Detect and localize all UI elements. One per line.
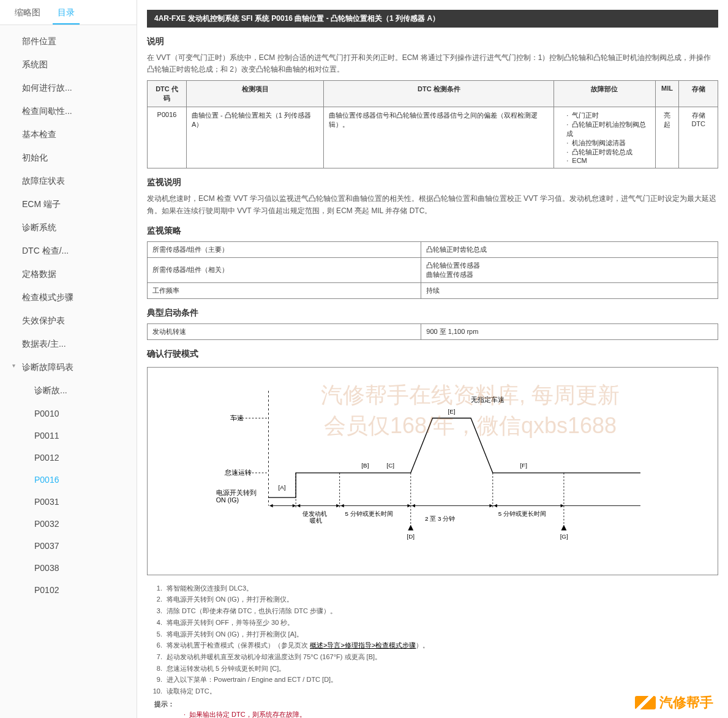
- toc-item[interactable]: 部件位置: [0, 30, 137, 53]
- brand-logo-icon: [635, 696, 656, 709]
- toc-item[interactable]: 如何进行故...: [0, 77, 137, 100]
- svg-text:怠速运转: 怠速运转: [224, 469, 252, 476]
- step-item: 怠速运转发动机 5 分钟或更长时间 [C]。: [164, 663, 718, 675]
- dtc-td: 存储 DTC: [679, 107, 718, 168]
- section-monitor-desc: 监视说明: [147, 177, 718, 188]
- svg-text:[E]: [E]: [448, 408, 456, 415]
- toc-item[interactable]: DTC 检查/...: [0, 240, 137, 263]
- toc-item[interactable]: 检查间歇性...: [0, 100, 137, 123]
- toc-item[interactable]: 诊断故障码表: [0, 356, 137, 379]
- table-row: 工作频率持续: [148, 282, 718, 298]
- startup-table: 发动机转速900 至 1,100 rpm: [147, 323, 718, 340]
- svg-text:[B]: [B]: [361, 462, 369, 469]
- step-item: 将电源开关转到 ON (IG)，并打开检测仪。: [164, 594, 718, 605]
- toc-item[interactable]: 初始化: [0, 146, 137, 170]
- svg-marker-20: [561, 524, 566, 530]
- svg-marker-19: [408, 524, 413, 530]
- step-item: 进入以下菜单：Powertrain / Engine and ECT / DTC…: [164, 674, 718, 686]
- sidebar: 缩略图 目录 部件位置系统图如何进行故...检查间歇性...基本检查初始化故障症…: [0, 0, 137, 718]
- dtc-th: DTC 代码: [148, 81, 187, 107]
- svg-marker-12: [336, 504, 339, 507]
- toc-item[interactable]: 故障症状表: [0, 170, 137, 193]
- toc-item[interactable]: P0037: [0, 535, 137, 557]
- section-drive: 确认行驶模式: [147, 349, 718, 360]
- toc-item[interactable]: 定格数据: [0, 263, 137, 286]
- step-item: 将发动机置于检查模式（保养模式）（参见页次 概述>导言>修理指导>检查模式步骤）…: [164, 640, 718, 651]
- brand-logo-text: 汽修帮手: [659, 693, 713, 712]
- toc-item[interactable]: 诊断故...: [0, 379, 137, 402]
- svg-text:[G]: [G]: [560, 533, 568, 540]
- table-row: 所需传感器/组件（主要）凸轮轴正时齿轮总成: [148, 241, 718, 257]
- dtc-td: 曲轴位置传感器信号和凸轮轴位置传感器信号之间的偏差（双程检测逻辑）。: [324, 107, 554, 168]
- svg-text:ON (IG): ON (IG): [216, 496, 239, 504]
- table-row: P0016曲轴位置 - 凸轮轴位置相关（1 列传感器 A）曲轴位置传感器信号和凸…: [148, 107, 718, 168]
- toc-item[interactable]: 系统图: [0, 53, 137, 77]
- svg-text:使发动机: 使发动机: [302, 510, 327, 516]
- toc-item[interactable]: P0038: [0, 557, 137, 579]
- step-item: 将电源开关转到 OFF，并等待至少 30 秒。: [164, 617, 718, 629]
- toc-item[interactable]: 检查模式步骤: [0, 286, 137, 309]
- svg-text:[D]: [D]: [407, 533, 415, 540]
- toc-item[interactable]: P0010: [0, 402, 137, 425]
- step-item: 将电源开关转到 ON (IG)，并打开检测仪 [A]。: [164, 629, 718, 640]
- svg-text:暖机: 暖机: [310, 517, 322, 524]
- toc-item[interactable]: 数据表/主...: [0, 333, 137, 356]
- dtc-th: 存储: [679, 81, 718, 107]
- toc-item[interactable]: P0016: [0, 469, 137, 491]
- toc-item[interactable]: P0032: [0, 513, 137, 535]
- svg-marker-10: [293, 504, 296, 507]
- desc-text: 在 VVT（可变气门正时）系统中，ECM 控制合适的进气气门打开和关闭正时。EC…: [147, 52, 718, 75]
- sidebar-tabs: 缩略图 目录: [0, 0, 137, 25]
- toc-item[interactable]: ECM 端子: [0, 193, 137, 216]
- tab-thumbnails[interactable]: 缩略图: [10, 5, 45, 25]
- toc-item[interactable]: 基本检查: [0, 123, 137, 146]
- toc-item[interactable]: 诊断系统: [0, 216, 137, 240]
- svg-marker-16: [489, 504, 492, 507]
- brand-logo: 汽修帮手: [635, 693, 713, 712]
- table-row: 发动机转速900 至 1,100 rpm: [148, 323, 718, 339]
- tab-toc[interactable]: 目录: [53, 5, 80, 25]
- toc-item[interactable]: P0011: [0, 425, 137, 447]
- monitor-desc-text: 发动机怠速时，ECM 检查 VVT 学习值以监视进气凸轮轴位置和曲轴位置的相关性…: [147, 193, 718, 216]
- page-title: 4AR-FXE 发动机控制系统 SFI 系统 P0016 曲轴位置 - 凸轮轴位…: [147, 10, 718, 28]
- toc-item[interactable]: P0031: [0, 491, 137, 513]
- tip-label: 提示：: [154, 700, 718, 709]
- step-item: 清除 DTC（即使未存储 DTC，也执行清除 DTC 步骤）。: [164, 605, 718, 617]
- svg-text:[F]: [F]: [520, 462, 527, 469]
- svg-text:电源开关转到: 电源开关转到: [216, 488, 257, 496]
- dtc-table: DTC 代码检测项目DTC 检测条件故障部位MIL存储 P0016曲轴位置 - …: [147, 80, 718, 168]
- svg-marker-14: [407, 504, 410, 507]
- strat-table: 所需传感器/组件（主要）凸轮轴正时齿轮总成所需传感器/组件（相关）凸轮轴位置传感…: [147, 241, 718, 299]
- svg-marker-13: [340, 504, 343, 507]
- svg-text:5 分钟或更长时间: 5 分钟或更长时间: [345, 510, 393, 516]
- svg-marker-15: [412, 504, 415, 507]
- table-row: 所需传感器/组件（相关）凸轮轴位置传感器 曲轴位置传感器: [148, 257, 718, 282]
- dtc-td: P0016: [148, 107, 187, 168]
- toc-item[interactable]: P0102: [0, 579, 137, 601]
- svg-text:车速: 车速: [230, 414, 244, 421]
- step-item: 将智能检测仪连接到 DLC3。: [164, 583, 718, 594]
- step-item: 起动发动机并暖机直至发动机冷却液温度达到 75°C (167°F) 或更高 [B…: [164, 651, 718, 663]
- section-desc-heading: 说明: [147, 36, 718, 47]
- section-monitor-strat: 监视策略: [147, 225, 718, 236]
- toc-item[interactable]: 失效保护表: [0, 309, 137, 333]
- toc-list: 部件位置系统图如何进行故...检查间歇性...基本检查初始化故障症状表ECM 端…: [0, 25, 137, 606]
- dtc-th: DTC 检测条件: [324, 81, 554, 107]
- svg-text:5 分钟或更长时间: 5 分钟或更长时间: [498, 510, 546, 516]
- dtc-td: 曲轴位置 - 凸轮轴位置相关（1 列传感器 A）: [186, 107, 324, 168]
- svg-text:2 至 3 分钟: 2 至 3 分钟: [425, 515, 455, 522]
- inline-link[interactable]: 概述>导言>修理指导>检查模式步骤: [310, 641, 416, 649]
- svg-text:无指定车速: 无指定车速: [471, 395, 505, 402]
- section-startup: 典型启动条件: [147, 308, 718, 319]
- steps-list: 将智能检测仪连接到 DLC3。将电源开关转到 ON (IG)，并打开检测仪。清除…: [164, 583, 718, 697]
- svg-marker-11: [297, 504, 300, 507]
- svg-marker-17: [494, 504, 497, 507]
- toc-item[interactable]: P0012: [0, 447, 137, 469]
- dtc-th: MIL: [655, 81, 679, 107]
- drive-diagram: 无指定车速 车速 怠速运转 电源开关转到 ON (IG) [A] [B] [C]…: [147, 367, 718, 575]
- svg-text:[C]: [C]: [386, 462, 394, 469]
- svg-marker-9: [269, 504, 272, 507]
- dtc-th: 检测项目: [186, 81, 324, 107]
- content-area[interactable]: 4AR-FXE 发动机控制系统 SFI 系统 P0016 曲轴位置 - 凸轮轴位…: [137, 0, 728, 718]
- svg-marker-18: [561, 504, 564, 507]
